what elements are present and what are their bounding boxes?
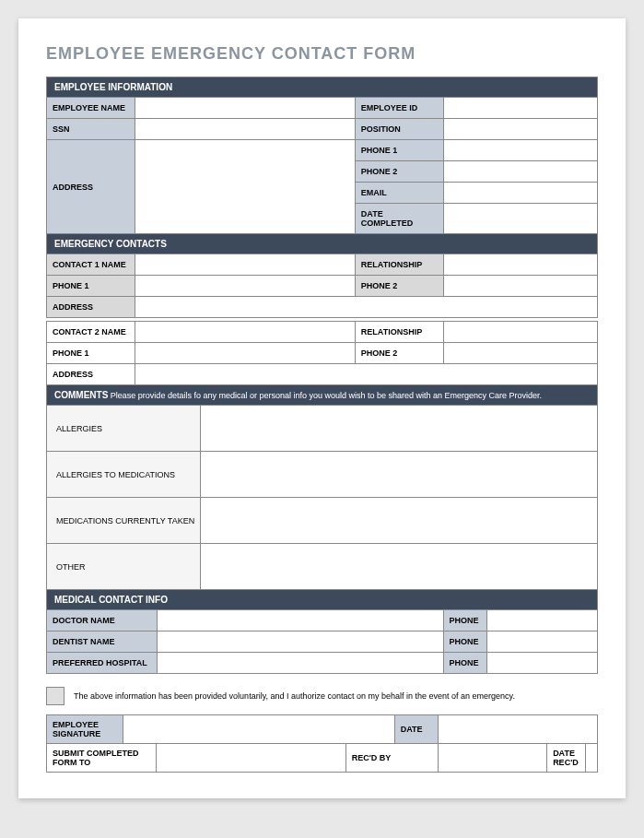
doctor-phone-label: PHONE	[443, 610, 487, 631]
employee-name-input[interactable]	[135, 98, 355, 119]
other-label: OTHER	[47, 544, 201, 590]
dentist-label: DENTIST NAME	[47, 631, 158, 653]
other-input[interactable]	[201, 544, 598, 590]
position-input[interactable]	[443, 119, 597, 140]
contact2-address-input[interactable]	[135, 364, 597, 385]
allergies-meds-label: ALLERGIES TO MEDICATIONS	[47, 452, 201, 498]
ssn-input[interactable]	[135, 119, 355, 140]
contact2-relationship-input[interactable]	[443, 322, 597, 343]
employee-info-table: EMPLOYEE INFORMATION EMPLOYEE NAME EMPLO…	[46, 77, 598, 234]
dentist-phone-input[interactable]	[487, 631, 598, 653]
contact2-phone2-label: PHONE 2	[355, 343, 443, 364]
position-label: POSITION	[355, 119, 443, 140]
medical-header: MEDICAL CONTACT INFO	[47, 590, 598, 610]
doctor-phone-input[interactable]	[487, 610, 598, 631]
sig-date-input[interactable]	[439, 715, 598, 744]
contact1-phone2-label: PHONE 2	[355, 276, 443, 297]
contact2-phone2-input[interactable]	[443, 343, 597, 364]
contact1-relationship-label: RELATIONSHIP	[355, 254, 443, 276]
hospital-phone-input[interactable]	[487, 653, 598, 674]
dentist-input[interactable]	[157, 631, 443, 653]
contact2-address-label: ADDRESS	[47, 364, 135, 385]
hospital-input[interactable]	[157, 653, 443, 674]
hospital-label: PREFERRED HOSPITAL	[47, 653, 158, 674]
contact2-name-input[interactable]	[135, 322, 355, 343]
emergency-contacts-table: EMERGENCY CONTACTS CONTACT 1 NAME RELATI…	[46, 233, 598, 385]
email-label: EMAIL	[355, 183, 443, 204]
signature-table: EMPLOYEE SIGNATURE DATE SUBMIT COMPLETED…	[46, 714, 598, 773]
contact1-name-label: CONTACT 1 NAME	[47, 254, 135, 276]
contact1-name-input[interactable]	[135, 254, 355, 276]
dentist-phone-label: PHONE	[443, 631, 487, 653]
allergies-input[interactable]	[201, 406, 598, 452]
recd-by-input[interactable]	[439, 744, 547, 773]
allergies-label: ALLERGIES	[47, 406, 201, 452]
contact2-relationship-label: RELATIONSHIP	[355, 322, 443, 343]
comments-header: COMMENTS Please provide details fo any m…	[47, 385, 598, 406]
phone2-label: PHONE 2	[355, 161, 443, 183]
contact1-address-label: ADDRESS	[47, 297, 135, 318]
doctor-label: DOCTOR NAME	[47, 610, 158, 631]
form-title: EMPLOYEE EMERGENCY CONTACT FORM	[46, 44, 598, 64]
contact1-phone1-label: PHONE 1	[47, 276, 135, 297]
submit-to-label: SUBMIT COMPLETED FORM TO	[47, 744, 157, 773]
date-completed-label: DATE COMPLETED	[355, 204, 443, 234]
contact1-relationship-input[interactable]	[443, 254, 597, 276]
emergency-contacts-header: EMERGENCY CONTACTS	[47, 234, 598, 254]
address-label: ADDRESS	[47, 140, 135, 234]
signature-label: EMPLOYEE SIGNATURE	[47, 715, 123, 744]
ssn-label: SSN	[47, 119, 135, 140]
employee-name-label: EMPLOYEE NAME	[47, 98, 135, 119]
doctor-input[interactable]	[157, 610, 443, 631]
signature-input[interactable]	[123, 715, 394, 744]
recd-by-label: REC'D BY	[345, 744, 439, 773]
medications-label: MEDICATIONS CURRENTLY TAKEN	[47, 498, 201, 544]
consent-text: The above information has been provided …	[74, 691, 515, 701]
sig-date-label: DATE	[394, 715, 439, 744]
phone2-input[interactable]	[443, 161, 597, 183]
form-page: EMPLOYEE EMERGENCY CONTACT FORM EMPLOYEE…	[18, 18, 626, 798]
address-input[interactable]	[135, 140, 355, 234]
comments-bold: COMMENTS	[54, 390, 108, 400]
contact1-phone1-input[interactable]	[135, 276, 355, 297]
contact2-phone1-input[interactable]	[135, 343, 355, 364]
phone1-input[interactable]	[443, 140, 597, 161]
date-completed-input[interactable]	[443, 204, 597, 234]
email-input[interactable]	[443, 183, 597, 204]
date-recd-label: DATE REC'D	[547, 744, 586, 773]
submit-to-input[interactable]	[156, 744, 345, 773]
date-recd-input[interactable]	[585, 744, 597, 773]
contact1-phone2-input[interactable]	[443, 276, 597, 297]
comments-table: COMMENTS Please provide details fo any m…	[46, 384, 598, 590]
contact2-phone1-label: PHONE 1	[47, 343, 135, 364]
medical-contact-table: MEDICAL CONTACT INFO DOCTOR NAME PHONE D…	[46, 589, 598, 674]
employee-info-header: EMPLOYEE INFORMATION	[47, 77, 598, 98]
employee-id-input[interactable]	[443, 98, 597, 119]
hospital-phone-label: PHONE	[443, 653, 487, 674]
comments-rest: Please provide details fo any medical or…	[108, 391, 542, 400]
consent-checkbox[interactable]	[46, 687, 64, 705]
employee-id-label: EMPLOYEE ID	[355, 98, 443, 119]
allergies-meds-input[interactable]	[201, 452, 598, 498]
medications-input[interactable]	[201, 498, 598, 544]
consent-row: The above information has been provided …	[46, 687, 598, 705]
contact1-address-input[interactable]	[135, 297, 597, 318]
contact2-name-label: CONTACT 2 NAME	[47, 322, 135, 343]
phone1-label: PHONE 1	[355, 140, 443, 161]
